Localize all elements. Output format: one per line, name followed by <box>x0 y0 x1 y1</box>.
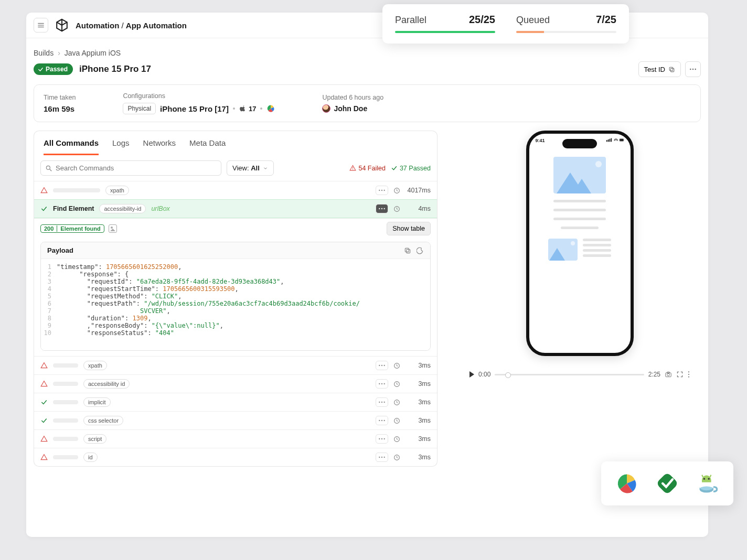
fullscreen-icon[interactable] <box>676 371 684 378</box>
command-row[interactable]: script3ms <box>34 429 437 448</box>
svg-point-35 <box>381 438 382 439</box>
command-row[interactable]: xpath3ms <box>34 356 437 374</box>
svg-rect-50 <box>667 372 670 373</box>
svg-point-19 <box>381 365 382 366</box>
config-device: iPhone 15 Pro [17] <box>160 104 229 113</box>
row-more-button[interactable] <box>376 416 388 425</box>
user-name: John Doe <box>334 104 367 113</box>
status-badge: Passed <box>34 63 73 75</box>
breadcrumb-root[interactable]: Builds <box>34 49 54 57</box>
tab-logs[interactable]: Logs <box>112 138 130 155</box>
espresso-icon <box>696 472 719 495</box>
search-input[interactable] <box>56 164 217 172</box>
tab-networks[interactable]: Networks <box>143 138 176 155</box>
command-list: xpath 4017ms Find Element a <box>34 181 437 467</box>
row-more-button[interactable] <box>376 186 388 195</box>
time-current: 0:00 <box>478 371 490 378</box>
command-row[interactable]: css selector3ms <box>34 411 437 429</box>
config-label: Configurations <box>123 92 275 100</box>
row-more-button[interactable] <box>376 379 388 389</box>
check-icon <box>391 165 398 171</box>
duration: 4ms <box>405 205 431 212</box>
svg-point-24 <box>384 383 385 384</box>
theme-icon[interactable] <box>417 247 424 254</box>
svg-point-39 <box>381 457 382 458</box>
duration: 4017ms <box>405 187 431 194</box>
search-input-wrap[interactable] <box>40 160 221 176</box>
command-row[interactable]: id3ms <box>34 448 437 466</box>
updated-label: Updated 6 hours ago <box>322 94 383 101</box>
more-icon[interactable] <box>688 371 690 378</box>
framework-icon-tray <box>601 461 733 505</box>
menu-button[interactable] <box>34 18 48 33</box>
status-icons <box>606 138 624 143</box>
play-button[interactable] <box>469 371 474 378</box>
copy-icon[interactable] <box>404 247 411 254</box>
locator-tag: id <box>83 453 98 462</box>
breadcrumb-session[interactable]: Java Appium iOS <box>65 49 121 57</box>
svg-point-22 <box>379 383 380 384</box>
more-button[interactable] <box>685 61 701 77</box>
apple-icon <box>239 105 247 112</box>
svg-point-56 <box>703 478 705 480</box>
config-physical-chip: Physical <box>123 103 156 114</box>
svg-point-38 <box>379 457 380 458</box>
svg-point-2 <box>690 69 691 70</box>
row-more-button[interactable] <box>376 361 388 370</box>
svg-point-28 <box>384 402 385 403</box>
queued-label: Queued <box>516 15 550 26</box>
svg-point-26 <box>379 402 380 403</box>
svg-point-4 <box>695 69 696 70</box>
view-filter-button[interactable]: View: All <box>227 160 274 176</box>
svg-point-53 <box>688 376 689 378</box>
svg-rect-17 <box>405 248 409 252</box>
chevron-right-icon: › <box>58 49 60 57</box>
response-code: 200 Element found <box>40 224 104 233</box>
command-row[interactable]: implicit3ms <box>34 393 437 411</box>
screenshot-icon[interactable] <box>109 224 117 233</box>
svg-point-49 <box>667 373 670 376</box>
payload-title: Payload <box>47 246 73 254</box>
check-icon <box>40 205 48 212</box>
svg-point-52 <box>688 374 689 375</box>
row-more-button[interactable] <box>376 453 388 462</box>
duration: 3ms <box>405 380 431 387</box>
warning-icon <box>40 454 48 461</box>
parallel-label: Parallel <box>395 15 426 26</box>
dots-icon <box>689 65 697 73</box>
queued-value: 7/25 <box>596 14 616 26</box>
show-table-button[interactable]: Show table <box>387 222 431 235</box>
svg-point-23 <box>381 383 382 384</box>
clock-icon <box>393 436 400 443</box>
queued-bar <box>516 31 616 33</box>
command-row[interactable]: accessibility id3ms <box>34 374 437 393</box>
row-more-button[interactable] <box>376 397 388 407</box>
command-row-selected[interactable]: Find Element accessibility-id urlBox 4ms <box>34 199 437 218</box>
svg-rect-42 <box>606 140 607 142</box>
svg-rect-1 <box>669 67 673 71</box>
tab-metadata[interactable]: Meta Data <box>189 138 226 155</box>
skeleton <box>53 382 78 386</box>
svg-point-6 <box>46 166 50 169</box>
warning-icon <box>40 380 48 387</box>
camera-icon[interactable] <box>665 371 672 378</box>
svg-point-30 <box>379 420 380 421</box>
payload-code: 1"timestamp": 1705665601625252000,2 "res… <box>41 259 430 350</box>
seek-track[interactable] <box>495 374 644 375</box>
skeleton <box>53 188 100 192</box>
row-more-button[interactable] <box>376 204 388 213</box>
svg-point-34 <box>379 438 380 439</box>
svg-point-14 <box>384 208 385 209</box>
svg-point-3 <box>692 69 693 70</box>
row-more-button[interactable] <box>376 434 388 444</box>
framework-icon <box>266 104 275 113</box>
tab-all-commands[interactable]: All Commands <box>44 138 99 155</box>
clock-icon <box>393 187 400 194</box>
queue-stats-card: Parallel 25/25 Queued 7/25 <box>382 4 629 44</box>
command-row[interactable]: xpath 4017ms <box>34 181 437 199</box>
product-logo-icon <box>55 18 69 33</box>
test-id-button[interactable]: Test ID <box>638 61 681 77</box>
check-icon <box>40 399 48 406</box>
clock-icon <box>393 362 400 369</box>
time-total: 2:25 <box>648 371 660 378</box>
